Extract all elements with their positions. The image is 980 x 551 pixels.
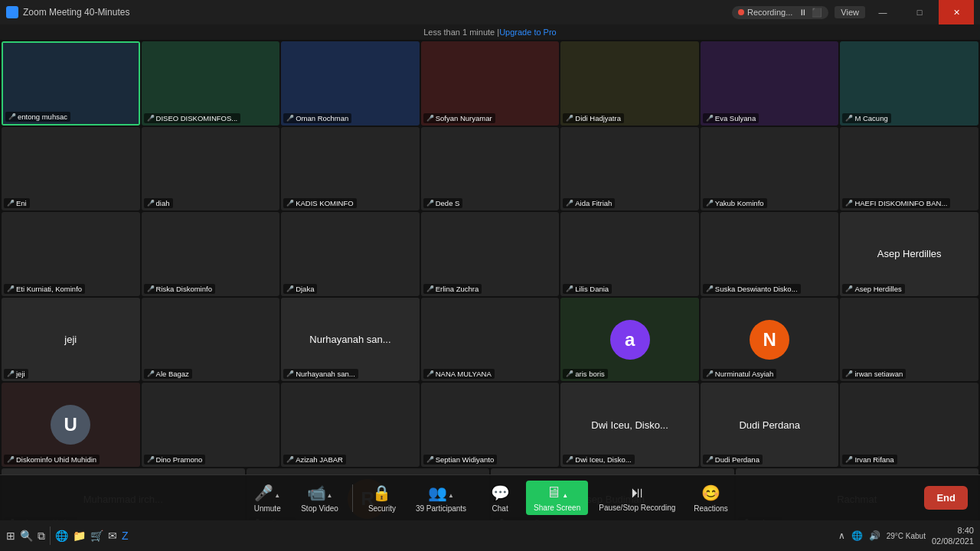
search-button[interactable]: 🔍 bbox=[20, 530, 33, 542]
taskbar-store[interactable]: 🛒 bbox=[90, 530, 103, 542]
start-button[interactable]: ⊞ bbox=[6, 530, 15, 542]
participants-icon: 👥 bbox=[428, 484, 447, 502]
participant-tile[interactable]: 🎤Didi Hadjyatra bbox=[560, 41, 699, 126]
participant-label: 🎤Asep Herdilles bbox=[842, 284, 904, 294]
taskbar-browser[interactable]: 🌐 bbox=[55, 530, 68, 542]
participant-tile[interactable]: 🎤Suska Deswianto Disko... bbox=[701, 212, 839, 296]
mute-icon: 🎤 bbox=[147, 200, 155, 207]
participant-tile[interactable]: 🎤Eti Kurniati, Kominfo bbox=[2, 212, 140, 296]
taskview-button[interactable]: ⧉ bbox=[38, 530, 45, 543]
mute-icon: 🎤 bbox=[147, 115, 155, 122]
participant-label: 🎤HAEFI DISKOMINFO BAN... bbox=[842, 198, 950, 208]
share-screen-caret[interactable]: ▲ bbox=[562, 486, 568, 499]
participant-tile[interactable]: Nurhayanah san...🎤Nurhayanah san... bbox=[281, 298, 420, 382]
security-label: Security bbox=[368, 504, 396, 513]
security-button[interactable]: 🔒 Security bbox=[359, 481, 405, 516]
pause-stop-label: Pause/Stop Recording bbox=[599, 504, 675, 512]
taskbar-folder[interactable]: 📁 bbox=[73, 530, 86, 542]
taskbar-zoom[interactable]: Z bbox=[122, 530, 129, 542]
participant-tile[interactable]: Asep Herdilles🎤Asep Herdilles bbox=[840, 212, 978, 296]
participant-tile[interactable]: 🎤Septian Widiyanto bbox=[421, 383, 560, 467]
end-button[interactable]: End bbox=[924, 486, 968, 510]
participant-label: 🎤Nurhayanah san... bbox=[283, 369, 358, 379]
system-tray: ∧ 🌐 🔊 29°C Kabut 8:40 02/08/2021 bbox=[838, 525, 974, 547]
mute-icon: 🎤 bbox=[286, 115, 294, 122]
participants-caret[interactable]: ▲ bbox=[448, 486, 454, 499]
minimize-button[interactable]: — bbox=[865, 0, 900, 24]
maximize-button[interactable]: □ bbox=[902, 0, 937, 24]
participant-label: 🎤entong muhsac bbox=[5, 112, 70, 122]
upgrade-link[interactable]: Upgrade to Pro bbox=[499, 28, 557, 37]
zoom-toolbar: 🎤 ▲ Unmute 📹 ▲ Stop Video 🔒 Security 👥 ▲… bbox=[0, 474, 980, 520]
participant-label: 🎤Eva Sulyana bbox=[703, 113, 759, 123]
participant-tile[interactable]: 🎤Sofyan Nuryamar bbox=[421, 41, 560, 126]
participant-tile[interactable]: 🎤entong muhsac bbox=[2, 41, 140, 126]
reactions-button[interactable]: 😊 Reactions bbox=[686, 481, 735, 516]
mute-icon: 🎤 bbox=[426, 115, 434, 122]
participant-tile[interactable]: jeji🎤jeji bbox=[2, 298, 140, 382]
participant-tile[interactable]: 🎤Erlina Zuchra bbox=[421, 212, 560, 296]
participant-tile[interactable]: 🎤Ale Bagaz bbox=[142, 298, 280, 382]
microphone-caret[interactable]: ▲ bbox=[274, 486, 280, 499]
tray-chevron[interactable]: ∧ bbox=[838, 530, 845, 541]
participant-tile[interactable]: Dudi Perdana🎤Dudi Perdana bbox=[701, 383, 839, 467]
mute-icon: 🎤 bbox=[706, 370, 714, 377]
participant-tile[interactable]: 🎤Irvan Rifana bbox=[840, 383, 978, 467]
participant-label: 🎤Ale Bagaz bbox=[144, 369, 192, 379]
participant-name-display: jeji bbox=[61, 331, 80, 348]
taskbar-mail[interactable]: ✉ bbox=[108, 530, 117, 542]
mute-icon: 🎤 bbox=[147, 370, 155, 377]
participant-tile[interactable]: 🎤Yakub Kominfo bbox=[701, 127, 839, 211]
mute-icon: 🎤 bbox=[7, 285, 15, 292]
participant-tile[interactable]: 🎤M Cacung bbox=[840, 41, 978, 126]
participant-tile[interactable]: N🎤Nurminatul Asyiah bbox=[701, 298, 839, 382]
participant-tile[interactable]: 🎤Azizah JABAR bbox=[281, 383, 420, 467]
participant-tile[interactable]: 🎤Eni bbox=[2, 127, 140, 211]
participant-tile[interactable]: 🎤Lilis Dania bbox=[560, 212, 699, 296]
participant-tile[interactable]: 🎤Aida Fitriah bbox=[560, 127, 699, 211]
window-title: Zoom Meeting 40-Minutes bbox=[23, 7, 732, 18]
participant-tile[interactable]: 🎤Dino Pramono bbox=[142, 383, 280, 467]
chat-button[interactable]: 💬 Chat bbox=[477, 481, 523, 516]
participant-tile[interactable]: 🎤Oman Rochman bbox=[281, 41, 420, 126]
participant-label: 🎤Aida Fitriah bbox=[563, 198, 615, 208]
participant-tile[interactable]: Dwi Iceu, Disko...🎤Dwi Iceu, Disko... bbox=[560, 383, 699, 467]
participant-tile[interactable]: 🎤KADIS KOMINFO bbox=[281, 127, 420, 211]
participant-tile[interactable]: 🎤DISEO DISKOMINFOS... bbox=[142, 41, 280, 126]
participant-tile[interactable]: 🎤Dede S bbox=[421, 127, 560, 211]
participant-tile[interactable]: 🎤irwan setiawan bbox=[840, 298, 978, 382]
view-button[interactable]: View bbox=[835, 6, 865, 18]
mute-icon: 🎤 bbox=[286, 285, 294, 292]
mute-icon: 🎤 bbox=[566, 200, 573, 207]
participant-label: 🎤Sofyan Nuryamar bbox=[423, 113, 495, 123]
share-screen-button[interactable]: 🖥 ▲ Share Screen bbox=[526, 481, 588, 515]
participant-tile[interactable]: 🎤HAEFI DISKOMINFO BAN... bbox=[840, 127, 978, 211]
share-screen-icon: 🖥 bbox=[546, 484, 561, 501]
volume-icon[interactable]: 🔊 bbox=[869, 530, 880, 541]
participant-tile[interactable]: 🎤NANA MULYANA bbox=[421, 298, 560, 382]
participant-tile[interactable]: 🎤diah bbox=[142, 127, 280, 211]
chat-label: Chat bbox=[492, 504, 508, 513]
participant-tile[interactable]: 🎤Djaka bbox=[281, 212, 420, 296]
mute-icon: 🎤 bbox=[426, 370, 434, 377]
video-caret[interactable]: ▲ bbox=[327, 486, 333, 499]
close-button[interactable]: ✕ bbox=[939, 0, 974, 24]
unmute-button[interactable]: 🎤 ▲ Unmute bbox=[244, 481, 290, 516]
participant-tile[interactable]: a🎤aris boris bbox=[560, 298, 699, 382]
mute-icon: 🎤 bbox=[147, 456, 155, 463]
pause-recording-icon[interactable]: ⏸ bbox=[799, 8, 807, 17]
participant-label: 🎤Riska Diskominfo bbox=[144, 284, 215, 294]
avatar-letter: N bbox=[750, 320, 789, 360]
network-icon[interactable]: 🌐 bbox=[851, 530, 863, 541]
mute-icon: 🎤 bbox=[7, 456, 15, 463]
recording-indicator: Recording... ⏸ ⬛ bbox=[732, 6, 828, 19]
participant-tile[interactable]: 🎤Riska Diskominfo bbox=[142, 212, 280, 296]
participants-button[interactable]: 👥 ▲ 39 Participants bbox=[408, 481, 474, 516]
participant-label: 🎤DISEO DISKOMINFOS... bbox=[144, 113, 241, 123]
participant-tile[interactable]: U🎤Diskominfo Uhid Muhidin bbox=[2, 383, 140, 467]
stop-video-button[interactable]: 📹 ▲ Stop Video bbox=[293, 481, 346, 516]
avatar-letter: a bbox=[610, 320, 650, 360]
stop-recording-icon[interactable]: ⬛ bbox=[812, 8, 822, 18]
participant-tile[interactable]: 🎤Eva Sulyana bbox=[701, 41, 839, 126]
pause-stop-recording-button[interactable]: ⏯ Pause/Stop Recording bbox=[591, 481, 683, 515]
